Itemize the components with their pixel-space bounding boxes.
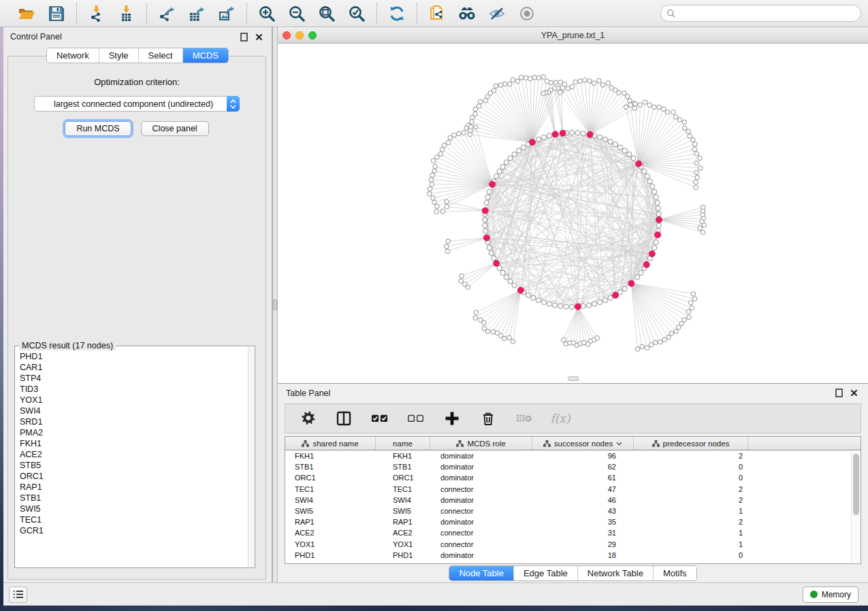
show-all-button[interactable] bbox=[517, 3, 537, 24]
network-window-titlebar[interactable]: YPA_prune.txt_1 bbox=[278, 27, 868, 44]
hide-selected-button[interactable] bbox=[487, 3, 507, 24]
result-list-scrollbar[interactable] bbox=[248, 347, 254, 567]
search-input[interactable] bbox=[680, 9, 855, 18]
table-row[interactable]: YOX1YOX1connector291 bbox=[285, 539, 850, 550]
export-image-button[interactable] bbox=[216, 3, 237, 24]
table-scrollbar[interactable] bbox=[851, 452, 860, 562]
deselect-all-icon bbox=[408, 414, 424, 424]
window-maximize-button[interactable] bbox=[308, 31, 317, 39]
export-table-button[interactable] bbox=[187, 3, 207, 24]
table-row[interactable]: PHD1PHD1dominator180 bbox=[285, 550, 850, 561]
close-panel-button[interactable]: Close panel bbox=[141, 121, 209, 136]
import-table-icon bbox=[118, 5, 135, 22]
vertical-splitter[interactable] bbox=[272, 27, 278, 582]
import-table-button[interactable] bbox=[116, 3, 137, 24]
add-column-button[interactable] bbox=[443, 410, 461, 427]
control-panel-title: Control Panel bbox=[10, 32, 62, 42]
refresh-button[interactable] bbox=[387, 3, 407, 24]
clone-network-button[interactable] bbox=[427, 3, 447, 24]
column-header-MCDS-role[interactable]: MCDS role bbox=[430, 437, 532, 450]
horizontal-splitter-grabber[interactable] bbox=[568, 376, 579, 381]
column-header-shared-name[interactable]: shared name bbox=[285, 437, 376, 450]
open-session-button[interactable] bbox=[16, 3, 37, 24]
table-cell: 2 bbox=[634, 485, 748, 493]
table-cell: dominator bbox=[430, 496, 532, 504]
ui-settings-menu-button[interactable] bbox=[9, 587, 27, 603]
zoom-in-button[interactable] bbox=[257, 3, 277, 24]
mcds-result-item[interactable]: TEC1 bbox=[20, 514, 248, 525]
table-row[interactable]: RAP1RAP1dominator352 bbox=[285, 516, 850, 527]
mcds-result-item[interactable]: SRD1 bbox=[20, 416, 248, 427]
float-panel-icon[interactable] bbox=[238, 31, 250, 43]
optimization-criterion-dropdown[interactable]: largest connected component (undirected) bbox=[34, 96, 240, 112]
table-row[interactable]: FKH1FKH1dominator962 bbox=[285, 450, 850, 461]
settings-gear-button[interactable] bbox=[299, 410, 317, 427]
mcds-result-item[interactable]: YOX1 bbox=[20, 395, 248, 406]
column-header-name[interactable]: name bbox=[376, 437, 430, 450]
deselect-all-button[interactable] bbox=[407, 410, 425, 427]
zoom-selected-button[interactable] bbox=[347, 3, 367, 24]
close-panel-icon[interactable] bbox=[253, 31, 265, 43]
zoom-out-button[interactable] bbox=[287, 3, 307, 24]
refresh-icon bbox=[388, 5, 406, 22]
tab-network[interactable]: Network bbox=[47, 48, 99, 63]
tab-network-table[interactable]: Network Table bbox=[577, 566, 653, 580]
first-neighbors-button[interactable] bbox=[457, 3, 477, 24]
settings-gear-icon bbox=[300, 410, 316, 427]
mcds-result-item[interactable]: FKH1 bbox=[20, 438, 248, 449]
mcds-result-item[interactable]: GCR1 bbox=[20, 525, 248, 536]
add-column-icon bbox=[444, 410, 460, 427]
mcds-result-item[interactable]: ORC1 bbox=[20, 471, 248, 482]
table-cell: YOX1 bbox=[376, 540, 430, 548]
mcds-result-item[interactable]: PHD1 bbox=[20, 351, 248, 362]
table-row[interactable]: TEC1TEC1connector472 bbox=[285, 484, 850, 495]
float-table-panel-icon[interactable] bbox=[833, 387, 845, 399]
run-mcds-button[interactable]: Run MCDS bbox=[65, 121, 131, 136]
table-row[interactable]: ACE2ACE2connector311 bbox=[285, 527, 850, 538]
zoom-out-icon bbox=[288, 5, 306, 22]
mcds-result-item[interactable]: TID3 bbox=[20, 384, 248, 395]
select-all-button[interactable] bbox=[371, 410, 389, 427]
zoom-fit-button[interactable] bbox=[317, 3, 337, 24]
memory-button[interactable]: Memory bbox=[803, 587, 858, 603]
mcds-result-item[interactable]: STB5 bbox=[20, 460, 248, 471]
mcds-result-item[interactable]: SWI4 bbox=[20, 406, 248, 416]
mcds-result-item[interactable]: ACE2 bbox=[20, 449, 248, 460]
column-header-predecessor-nodes[interactable]: predecessor nodes bbox=[634, 437, 748, 450]
tab-select[interactable]: Select bbox=[138, 48, 182, 63]
function-builder-button: f(x) bbox=[551, 410, 569, 427]
network-canvas[interactable] bbox=[278, 44, 868, 383]
export-network-button[interactable] bbox=[157, 3, 177, 24]
tab-mcds[interactable]: MCDS bbox=[182, 48, 228, 63]
mcds-result-item[interactable]: STP4 bbox=[20, 373, 248, 384]
table-row[interactable]: ORC1ORC1dominator610 bbox=[285, 472, 850, 483]
table-row[interactable]: SWI4SWI4dominator462 bbox=[285, 495, 850, 506]
mcds-result-item[interactable]: SWI5 bbox=[20, 503, 248, 514]
zoom-in-icon bbox=[258, 5, 276, 22]
delete-column-button[interactable] bbox=[479, 410, 497, 427]
save-session-button[interactable] bbox=[46, 3, 67, 24]
mcds-result-item[interactable]: PMA2 bbox=[20, 427, 248, 438]
tab-edge-table[interactable]: Edge Table bbox=[513, 566, 577, 580]
mcds-result-item[interactable]: STB1 bbox=[20, 493, 248, 503]
table-scrollbar-thumb[interactable] bbox=[853, 454, 859, 515]
select-all-icon bbox=[372, 414, 388, 424]
tab-style[interactable]: Style bbox=[99, 48, 138, 63]
window-close-button[interactable] bbox=[283, 31, 291, 39]
mcds-result-item[interactable]: CAR1 bbox=[20, 362, 248, 373]
show-columns-button[interactable] bbox=[335, 410, 353, 427]
search-box[interactable] bbox=[660, 5, 861, 22]
mcds-result-item[interactable]: RAP1 bbox=[20, 482, 248, 493]
window-minimize-button[interactable] bbox=[295, 31, 304, 39]
close-table-panel-icon[interactable] bbox=[848, 387, 860, 399]
splitter-grabber[interactable] bbox=[273, 299, 277, 310]
mcds-result-list[interactable]: PHD1CAR1STP4TID3YOX1SWI4SRD1PMA2FKH1ACE2… bbox=[16, 347, 248, 567]
table-cell: 35 bbox=[532, 518, 634, 526]
table-row[interactable]: SWI5SWI5connector431 bbox=[285, 506, 850, 516]
tab-node-table[interactable]: Node Table bbox=[449, 566, 513, 580]
column-header-successor-nodes[interactable]: successor nodes bbox=[532, 437, 634, 450]
table-row[interactable]: STB1STB1dominator620 bbox=[285, 461, 850, 472]
tab-motifs[interactable]: Motifs bbox=[653, 566, 696, 580]
desktop-wallpaper-bottom bbox=[0, 606, 868, 611]
import-network-button[interactable] bbox=[86, 3, 107, 24]
